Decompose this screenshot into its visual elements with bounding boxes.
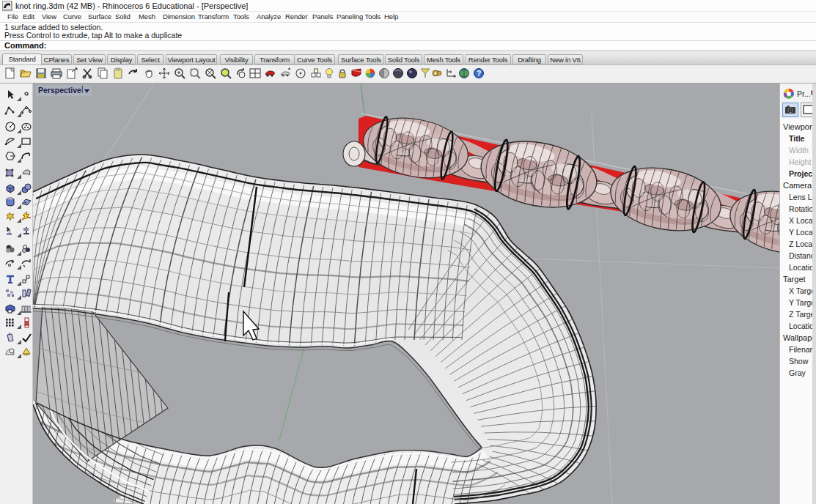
svg-text:?: ? — [477, 69, 482, 78]
